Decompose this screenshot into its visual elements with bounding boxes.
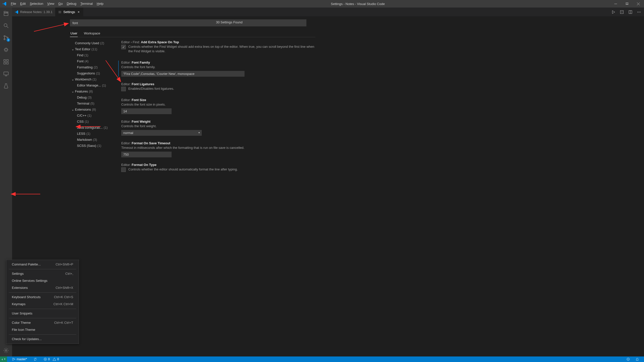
split-editor-icon[interactable]	[628, 10, 633, 15]
number-input[interactable]	[121, 108, 172, 114]
tree-extensions[interactable]: ⌄Extensions (8)	[70, 107, 115, 113]
tab-release-notes-1-39-1[interactable]: Release Notes: 1.39.1	[12, 8, 55, 16]
tree-terminal[interactable]: Terminal (5)	[70, 101, 115, 107]
ctx-user-snippets[interactable]: User Snippets	[6, 310, 79, 317]
tree-features[interactable]: ⌄Features (8)	[70, 88, 115, 95]
branch-name: master*	[17, 357, 27, 361]
ctx-keymaps[interactable]: KeymapsCtrl+K Ctrl+M	[6, 301, 79, 308]
sync-icon[interactable]	[32, 356, 38, 362]
ctx-command-palette-[interactable]: Command Palette...Ctrl+Shift+P	[6, 261, 79, 268]
settings-tree: Commonly Used (2)⌄Text Editor (11)Find (…	[70, 37, 115, 179]
svg-point-21	[14, 359, 15, 359]
source-control-icon[interactable]: 2	[0, 32, 12, 44]
tree-markdown[interactable]: Markdown (3)	[70, 137, 115, 143]
close-button[interactable]	[633, 0, 644, 8]
scm-badge: 2	[7, 38, 10, 42]
svg-rect-14	[620, 11, 623, 14]
svg-point-13	[5, 350, 7, 351]
setting-add-extra-space-on-top: Editor › Find: Add Extra Space On TopCon…	[118, 40, 315, 55]
status-bar: master* 0 0	[0, 356, 644, 362]
split-down-icon[interactable]	[619, 10, 624, 15]
tab-bar: Release Notes: 1.39.1Settings×	[12, 8, 644, 16]
setting-format-on-type: Editor: Format On TypeControls whether t…	[118, 163, 315, 173]
remote-explorer-icon[interactable]	[0, 68, 12, 80]
menu-terminal[interactable]: Terminal	[78, 0, 95, 8]
svg-point-3	[4, 24, 7, 27]
app-icon	[0, 0, 9, 8]
svg-point-20	[13, 360, 13, 360]
menu-file[interactable]: File	[9, 0, 18, 8]
tree-scss-sass-[interactable]: SCSS (Sass) (1)	[70, 143, 115, 149]
tree-commonly-used[interactable]: Commonly Used (2)	[70, 40, 115, 46]
ctx-online-services-settings[interactable]: Online Services Settings	[6, 277, 79, 284]
number-input[interactable]	[121, 152, 172, 157]
tree-workbench[interactable]: ⌄Workbench (1)	[70, 76, 115, 82]
svg-rect-12	[4, 72, 8, 75]
tree-java-configurati-[interactable]: Java configurati... (1)	[70, 125, 115, 131]
feedback-icon[interactable]	[625, 356, 631, 362]
svg-point-19	[13, 358, 13, 359]
remote-indicator[interactable]	[0, 356, 7, 362]
svg-rect-9	[4, 62, 6, 64]
tree-css[interactable]: CSS (1)	[70, 119, 115, 125]
menu-go[interactable]: Go	[56, 0, 65, 8]
tree-font[interactable]: Font (4)	[70, 58, 115, 64]
debug-icon[interactable]	[0, 44, 12, 56]
checkbox[interactable]	[121, 87, 126, 91]
ctx-file-icon-theme[interactable]: File Icon Theme	[6, 326, 79, 333]
maximize-button[interactable]	[621, 0, 633, 8]
ctx-keyboard-shortcuts[interactable]: Keyboard ShortcutsCtrl+K Ctrl+S	[6, 294, 79, 301]
problems[interactable]: 0 0	[42, 356, 60, 362]
svg-rect-1	[626, 3, 628, 5]
text-input[interactable]	[121, 71, 245, 77]
gear-icon[interactable]	[0, 344, 12, 356]
ctx-check-for-updates-[interactable]: Check for Updates...	[6, 336, 79, 343]
menu-selection[interactable]: Selection	[28, 0, 45, 8]
notifications-icon[interactable]	[634, 356, 640, 362]
scope-workspace[interactable]: Workspace	[83, 30, 101, 37]
svg-point-25	[628, 359, 629, 359]
menu-edit[interactable]: Edit	[18, 0, 28, 8]
tree-less[interactable]: LESS (1)	[70, 131, 115, 137]
settings-search-input[interactable]	[70, 19, 306, 26]
extensions-icon[interactable]	[0, 56, 12, 68]
minimize-button[interactable]	[610, 0, 621, 8]
tree-debug[interactable]: Debug (3)	[70, 95, 115, 101]
checkbox[interactable]	[121, 45, 126, 49]
window-title: Settings - Notes - Visual Studio Code	[105, 2, 610, 6]
scope-tabs: UserWorkspace	[70, 30, 315, 37]
tab-close-icon[interactable]: ×	[77, 10, 81, 14]
settings-editor: 30 Settings Found UserWorkspace Commonly…	[12, 16, 644, 356]
svg-rect-0	[614, 4, 617, 4]
tab-actions	[611, 8, 644, 16]
tree-formatting[interactable]: Formatting (2)	[70, 64, 115, 70]
test-icon[interactable]	[0, 80, 12, 92]
run-icon[interactable]	[611, 10, 616, 15]
search-icon[interactable]	[0, 20, 12, 32]
git-branch[interactable]: master*	[11, 356, 28, 362]
tree-suggestions[interactable]: Suggestions (1)	[70, 70, 115, 76]
setting-format-on-save-timeout: Editor: Format On Save TimeoutTimeout in…	[118, 141, 315, 157]
tree-text-editor[interactable]: ⌄Text Editor (11)	[70, 46, 115, 52]
ctx-extensions[interactable]: ExtensionsCtrl+Shift+X	[6, 284, 79, 291]
explorer-icon[interactable]	[0, 8, 12, 20]
svg-rect-8	[4, 60, 6, 61]
setting-font-family: Editor: Font FamilyControls the font fam…	[118, 61, 315, 77]
more-icon[interactable]	[636, 10, 641, 15]
checkbox[interactable]	[121, 167, 126, 172]
svg-point-4	[4, 36, 5, 37]
menu-view[interactable]: View	[45, 0, 56, 8]
tree-editor-manage-[interactable]: Editor Manage... (1)	[70, 82, 115, 88]
ctx-color-theme[interactable]: Color ThemeCtrl+K Ctrl+T	[6, 319, 79, 326]
window-controls	[610, 0, 644, 8]
scope-user[interactable]: User	[70, 30, 78, 37]
ctx-settings[interactable]: SettingsCtrl+,	[6, 270, 79, 277]
svg-point-23	[627, 358, 630, 361]
select-input[interactable]	[121, 130, 202, 136]
setting-font-weight: Editor: Font WeightControls the font wei…	[118, 120, 315, 136]
menu-help[interactable]: Help	[95, 0, 106, 8]
tree-find[interactable]: Find (1)	[70, 52, 115, 58]
tree-c-c-[interactable]: C/C++ (1)	[70, 113, 115, 119]
tab-settings[interactable]: Settings×	[55, 8, 84, 16]
menu-debug[interactable]: Debug	[65, 0, 78, 8]
